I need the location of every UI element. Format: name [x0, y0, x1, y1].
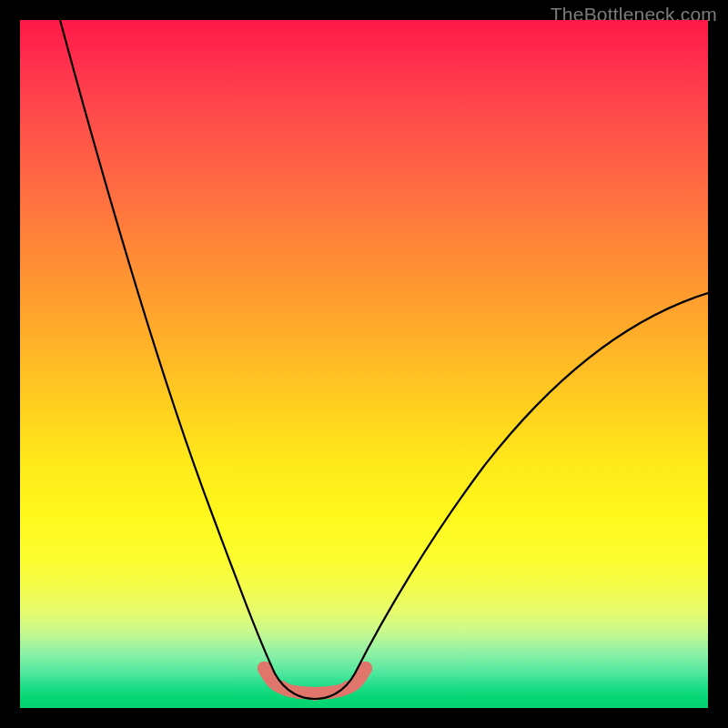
- chart-frame: TheBottleneck.com: [0, 0, 728, 728]
- plot-area: [20, 20, 708, 708]
- curve-layer: [20, 20, 708, 708]
- bottleneck-curve: [60, 20, 708, 699]
